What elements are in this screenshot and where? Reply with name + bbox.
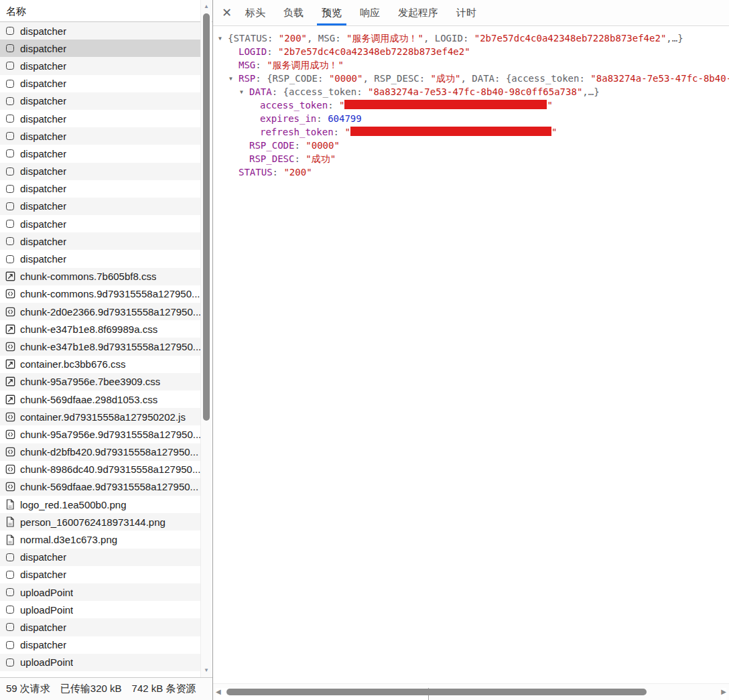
request-name: chunk-569dfaae.298d1053.css <box>20 394 157 405</box>
json-punctuation: {STATUS: <box>228 33 279 44</box>
tab-headers[interactable]: 标头 <box>241 0 270 25</box>
request-row[interactable]: chunk-8986dc40.9d79315558a127950... <box>0 461 201 478</box>
request-row[interactable]: dispatcher <box>0 57 201 74</box>
json-string-value: "服务调用成功！" <box>267 60 344 70</box>
request-row[interactable]: dispatcher <box>0 232 201 250</box>
fetch-request-icon <box>5 218 15 229</box>
request-row[interactable]: chunk-commons.9d79315558a127950... <box>0 285 201 303</box>
json-string-value: "2b7e57dc4c0a42348eb7228b873ef4e2" <box>278 46 470 57</box>
request-row[interactable]: dispatcher <box>0 180 201 198</box>
stylesheet-file-icon <box>5 324 15 334</box>
json-punctuation: ,…} <box>582 86 599 97</box>
horizontal-scrollbar[interactable]: ◀ ▶ <box>213 683 729 700</box>
request-row[interactable]: dispatcher <box>0 215 201 232</box>
request-name: dispatcher <box>20 253 66 265</box>
rounded-square-icon <box>6 606 14 614</box>
request-row[interactable]: chunk-569dfaae.298d1053.css <box>0 391 201 408</box>
request-name: chunk-e347b1e8.9d79315558a127950... <box>20 341 201 352</box>
request-row[interactable]: dispatcher <box>0 40 201 57</box>
tab-timing[interactable]: 计时 <box>452 0 481 25</box>
horizontal-scrollbar-thumb[interactable] <box>226 689 647 695</box>
vertical-scrollbar[interactable]: ▲ ▼ <box>200 0 212 677</box>
tab-initiator[interactable]: 发起程序 <box>393 0 443 25</box>
request-row[interactable]: chunk-commons.7b605bf8.css <box>0 268 201 285</box>
json-string-value: "0000" <box>329 73 363 84</box>
request-name: chunk-569dfaae.9d79315558a127950... <box>20 481 198 492</box>
request-row[interactable]: chunk-2d0e2366.9d79315558a127950... <box>0 303 201 320</box>
fetch-request-icon <box>5 622 15 632</box>
request-row[interactable]: uploadPoint <box>0 601 201 618</box>
request-row[interactable]: dispatcher <box>0 75 201 92</box>
image-file-icon <box>5 516 15 527</box>
request-row[interactable]: dispatcher <box>0 163 201 180</box>
request-name: container.9d79315558a127950202.js <box>20 411 186 423</box>
fetch-request-icon <box>5 113 15 124</box>
request-row[interactable]: dispatcher <box>0 110 201 127</box>
fetch-request-icon <box>5 96 15 107</box>
request-name: uploadPoint <box>20 604 73 616</box>
json-punctuation: , LOGID: <box>423 33 474 44</box>
scroll-down-icon[interactable]: ▼ <box>201 667 212 674</box>
json-key: expires_in <box>260 113 316 124</box>
name-column-header[interactable]: 名称 <box>0 0 212 22</box>
tab-response[interactable]: 响应 <box>355 0 385 25</box>
request-row[interactable]: dispatcher <box>0 618 201 636</box>
vertical-scrollbar-thumb[interactable] <box>203 13 210 421</box>
fetch-request-icon <box>5 25 15 36</box>
json-key: DATA <box>249 86 272 97</box>
request-row[interactable]: dispatcher <box>0 566 201 583</box>
request-row[interactable]: chunk-e347b1e8.8f69989a.css <box>0 320 201 338</box>
request-row[interactable]: person_1600762418973144.png <box>0 513 201 531</box>
fetch-request-icon <box>5 604 15 615</box>
request-row[interactable]: dispatcher <box>0 127 201 145</box>
disclosure-triangle-icon[interactable]: ▼ <box>229 72 239 86</box>
json-string-value: "200" <box>279 33 307 44</box>
request-row[interactable]: container.bc3bb676.css <box>0 356 201 373</box>
request-row[interactable]: container.9d79315558a127950202.js <box>0 408 201 425</box>
request-row[interactable]: dispatcher <box>0 198 201 215</box>
json-key: STATUS <box>239 167 273 178</box>
request-row[interactable]: uploadPoint <box>0 583 201 601</box>
request-name: dispatcher <box>20 60 66 72</box>
script-file-icon <box>5 447 15 458</box>
request-row[interactable]: normal.d3e1c673.png <box>0 531 201 548</box>
rounded-square-icon <box>6 44 14 52</box>
request-name: dispatcher <box>20 183 66 194</box>
disclosure-triangle-icon[interactable]: ▼ <box>218 32 228 46</box>
request-count: 59 次请求 <box>6 683 50 695</box>
json-punctuation: : <box>316 113 328 124</box>
close-icon[interactable]: ✕ <box>222 7 232 19</box>
request-row[interactable]: uploadPoint <box>0 654 201 671</box>
request-row[interactable]: dispatcher <box>0 636 201 654</box>
request-list-panel: 名称 dispatcherdispatcherdispatcherdispatc… <box>0 0 213 700</box>
request-row[interactable]: dispatcher <box>0 22 201 40</box>
request-row[interactable]: logo_red.1ea500b0.png <box>0 496 201 513</box>
image-file-icon <box>5 535 15 545</box>
request-row[interactable]: chunk-e347b1e8.9d79315558a127950... <box>0 338 201 355</box>
json-string-value: "成功" <box>306 153 336 164</box>
json-punctuation: , DATA: {access_token: <box>460 73 590 84</box>
request-list: dispatcherdispatcherdispatcherdispatcher… <box>0 22 201 677</box>
json-string-value: "2b7e57dc4c0a42348eb7228b873ef4e2" <box>474 33 667 44</box>
rounded-square-icon <box>6 185 14 193</box>
request-row[interactable]: chunk-95a7956e.9d79315558a127950... <box>0 425 201 443</box>
request-row[interactable]: dispatcher <box>0 250 201 267</box>
scroll-right-icon[interactable]: ▶ <box>721 688 726 700</box>
fetch-request-icon <box>5 640 15 650</box>
request-row[interactable]: dispatcher <box>0 92 201 110</box>
request-row[interactable]: chunk-d2bfb420.9d79315558a127950... <box>0 443 201 461</box>
json-key: RSP_CODE <box>249 140 294 151</box>
fetch-request-icon <box>5 569 15 580</box>
tab-preview[interactable]: 预览 <box>317 0 346 25</box>
json-tree-line: ▼DATA: {access_token: "8a83274a-7e53-47f… <box>213 85 729 98</box>
scroll-up-icon[interactable]: ▲ <box>201 3 212 10</box>
tab-payload[interactable]: 负载 <box>279 0 308 25</box>
request-row[interactable]: chunk-569dfaae.9d79315558a127950... <box>0 478 201 496</box>
redaction-overlay <box>350 127 551 136</box>
request-row[interactable]: chunk-95a7956e.7bee3909.css <box>0 373 201 391</box>
request-row[interactable]: dispatcher <box>0 145 201 162</box>
request-row[interactable]: dispatcher <box>0 549 201 566</box>
disclosure-triangle-icon[interactable]: ▼ <box>240 86 249 99</box>
json-key: refresh_token <box>260 127 334 137</box>
devtools-network-panel: 名称 dispatcherdispatcherdispatcherdispatc… <box>0 0 729 700</box>
